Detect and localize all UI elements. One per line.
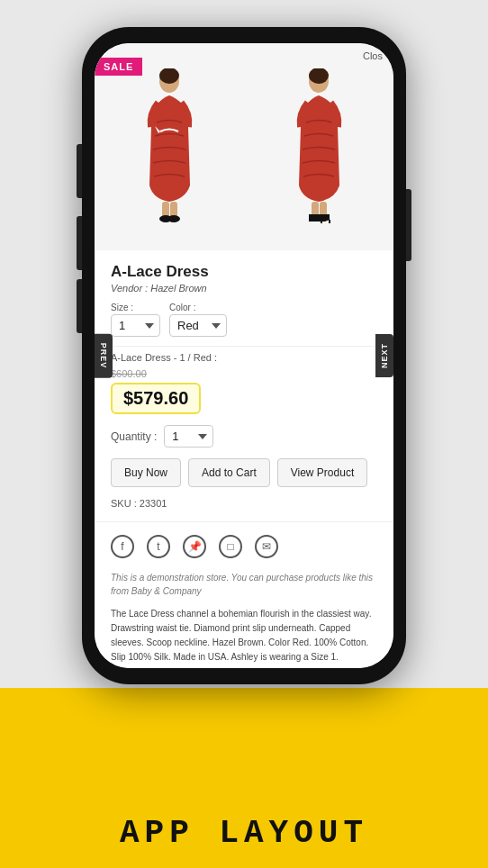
size-label: Size :: [111, 303, 160, 312]
variant-text: A-Lace Dress - 1 / Red :: [111, 346, 377, 363]
sale-badge: SALE: [95, 58, 142, 76]
vendor-info: Vendor : Hazel Brown: [111, 283, 377, 294]
product-title: A-Lace Dress: [111, 263, 377, 281]
price-sale: $579.60: [111, 383, 201, 414]
twitter-icon[interactable]: t: [147, 535, 170, 558]
facebook-icon[interactable]: f: [111, 535, 134, 558]
pinterest-icon[interactable]: 📌: [183, 535, 206, 558]
sku-info: SKU : 23301: [111, 498, 377, 521]
view-product-button[interactable]: View Product: [277, 458, 367, 487]
quantity-select[interactable]: 1 2 3: [164, 425, 213, 448]
svg-point-5: [167, 215, 180, 222]
add-to-cart-button[interactable]: Add to Cart: [188, 458, 270, 487]
phone-screen: SALE Clos: [95, 43, 393, 668]
action-buttons: Buy Now Add to Cart View Product: [111, 458, 377, 487]
product-options-row: Size : 1 2 3 Color : Red Blue Black: [111, 303, 377, 337]
demo-store-text: This is a demonstration store. You can p…: [95, 571, 393, 607]
product-image-back: [244, 43, 393, 250]
close-button[interactable]: Clos: [363, 50, 383, 61]
screen-content: SALE Clos: [95, 43, 393, 668]
vendor-name: Hazel Brown: [150, 283, 206, 294]
product-image-grid: SALE Clos: [95, 43, 393, 250]
quantity-label: Quantity :: [111, 430, 157, 443]
vendor-label: Vendor :: [111, 283, 148, 294]
quantity-row: Quantity : 1 2 3: [111, 425, 377, 448]
product-description: The Lace Dress channel a bohemian flouri…: [95, 607, 393, 668]
app-layout-label: APP LAYOUT: [0, 815, 488, 852]
price-original: $600.00: [111, 368, 377, 379]
sku-label: SKU :: [111, 498, 137, 509]
instagram-icon[interactable]: □: [219, 535, 242, 558]
color-select[interactable]: Red Blue Black: [169, 314, 227, 337]
next-tab[interactable]: NEXT: [375, 334, 393, 377]
color-group: Color : Red Blue Black: [169, 303, 227, 337]
size-select[interactable]: 1 2 3: [111, 314, 160, 337]
sku-value: 23301: [140, 498, 167, 509]
social-icons-row: f t 📌 □ ✉: [95, 521, 393, 571]
prev-tab[interactable]: PREV: [95, 334, 113, 378]
email-icon[interactable]: ✉: [255, 535, 278, 558]
size-group: Size : 1 2 3: [111, 303, 160, 337]
color-label: Color :: [169, 303, 227, 312]
buy-now-button[interactable]: Buy Now: [111, 458, 181, 487]
product-info-section: A-Lace Dress Vendor : Hazel Brown Size :…: [95, 250, 393, 521]
